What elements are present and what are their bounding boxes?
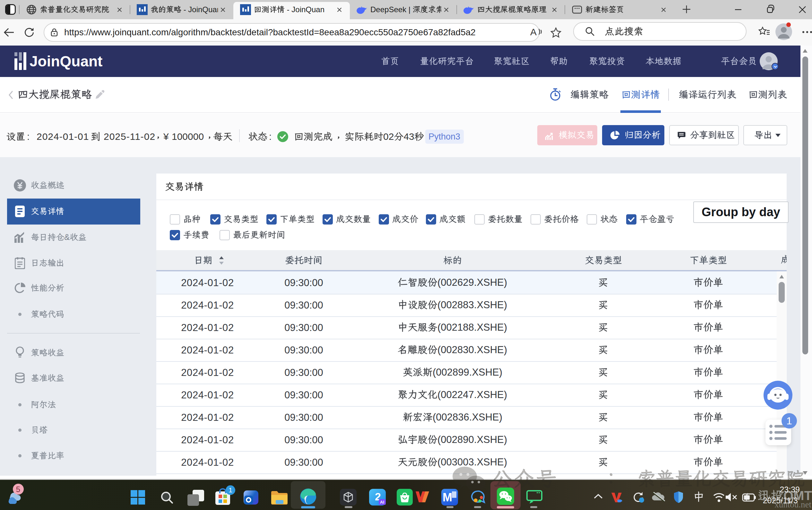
svg-text:- JoinQuan: - JoinQuan	[181, 5, 218, 14]
svg-text:(002899.XSHE): (002899.XSHE)	[433, 367, 502, 378]
svg-text:(002629.XSHE): (002629.XSHE)	[437, 277, 507, 288]
svg-text:(003003.XSHE): (003003.XSHE)	[437, 456, 507, 468]
svg-text:DeepSeek |: DeepSeek |	[370, 5, 413, 14]
svg-text:(002247.XSHE): (002247.XSHE)	[437, 389, 507, 400]
svg-text:(002830.XSHE): (002830.XSHE)	[437, 344, 507, 355]
svg-text:- JoinQuan: - JoinQuan	[285, 5, 324, 14]
svg-text:43: 43	[403, 131, 414, 142]
svg-text:&: &	[64, 233, 70, 242]
svg-text:(002883.XSHE): (002883.XSHE)	[437, 299, 507, 310]
svg-text:(002836.XSHE): (002836.XSHE)	[433, 412, 502, 423]
svg-text:(002188.XSHE): (002188.XSHE)	[437, 322, 507, 333]
svg-text:(002890.XSHE): (002890.XSHE)	[437, 434, 507, 445]
svg-text:02: 02	[383, 131, 394, 142]
